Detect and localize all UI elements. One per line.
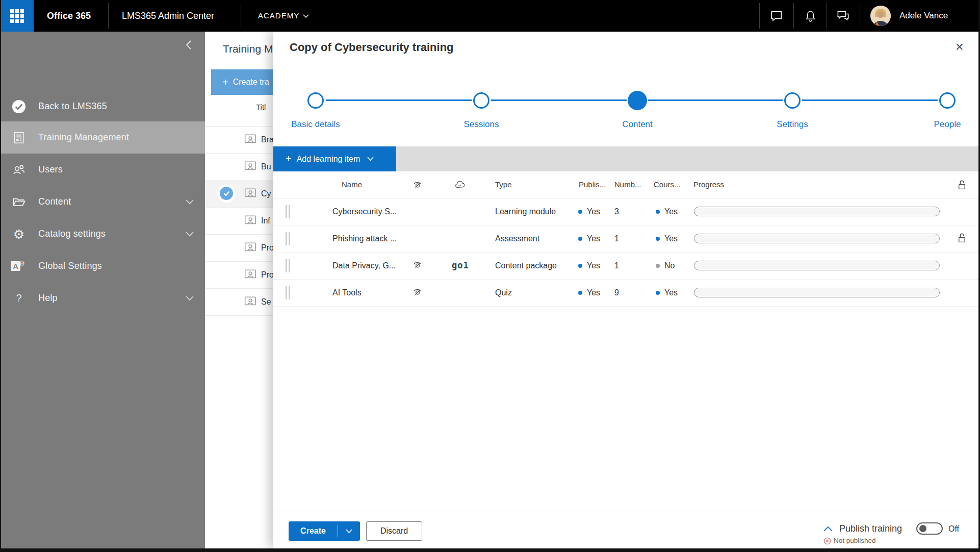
lms365-logo-icon: [11, 99, 27, 114]
question-mark-icon: ?: [11, 292, 27, 304]
sidebar-item-users[interactable]: Users: [0, 154, 205, 186]
item-name[interactable]: Phishing attack ...: [332, 225, 397, 252]
column-course[interactable]: Cours...: [654, 171, 681, 198]
list-item[interactable]: Inf: [205, 207, 273, 235]
step-label-people[interactable]: People: [904, 119, 980, 130]
step-circle-sessions[interactable]: [473, 92, 489, 109]
step-circle-content-current[interactable]: [628, 91, 647, 110]
divider: [860, 3, 860, 29]
users-icon: [11, 163, 27, 177]
brand-office365[interactable]: Office 365: [47, 0, 91, 32]
chevron-up-icon[interactable]: [823, 525, 833, 532]
user-name[interactable]: Adele Vance: [899, 0, 948, 32]
column-progress[interactable]: Progress: [693, 171, 724, 198]
chevron-down-icon[interactable]: [186, 232, 194, 237]
table-row[interactable]: AI Tools Quiz Yes 9 Yes: [273, 279, 980, 307]
window-border: [0, 0, 1, 552]
chevron-down-icon[interactable]: [338, 529, 360, 534]
create-training-label: Create tra: [233, 78, 269, 87]
avatar[interactable]: [870, 6, 891, 26]
published-value: Yes: [578, 279, 600, 306]
list-item-label: Se: [261, 288, 271, 315]
column-name[interactable]: Name: [342, 171, 362, 198]
chevron-down-icon[interactable]: [303, 14, 309, 18]
column-type[interactable]: Type: [495, 171, 512, 198]
drag-handle-icon[interactable]: [286, 232, 290, 245]
drag-handle-icon[interactable]: [286, 259, 290, 272]
notifications-bell-icon[interactable]: [800, 0, 820, 32]
hidden-eye-icon: [412, 287, 423, 297]
step-circle-people[interactable]: [939, 92, 956, 109]
list-item-label: Cy: [261, 180, 271, 207]
list-item[interactable]: Se: [205, 288, 273, 316]
stepper-line: [648, 99, 783, 101]
chevron-down-icon[interactable]: [186, 296, 194, 301]
column-number[interactable]: Numb...: [614, 171, 641, 198]
step-circle-settings[interactable]: [784, 92, 801, 109]
step-label-content[interactable]: Content: [594, 119, 681, 130]
app-title[interactable]: LMS365 Admin Center: [122, 0, 214, 32]
list-item[interactable]: Pro: [205, 234, 273, 262]
drag-handle-icon[interactable]: [286, 205, 290, 218]
sidebar-item-catalog-settings[interactable]: ⚙ Catalog settings: [0, 218, 205, 250]
lock-open-icon[interactable]: [958, 233, 966, 243]
sidebar-item-global-settings[interactable]: A ⚙ Global Settings: [0, 250, 205, 282]
published-dot-icon: [578, 237, 582, 241]
published-dot-icon: [578, 291, 582, 295]
window-border: [0, 548, 980, 552]
column-header-title[interactable]: Titl: [256, 103, 266, 111]
cloud-provider-icon[interactable]: [454, 180, 466, 189]
sidebar-item-help[interactable]: ? Help: [0, 282, 205, 314]
training-plan-icon: [244, 160, 257, 173]
publish-toggle[interactable]: [916, 522, 943, 535]
go1-provider-logo: go1: [452, 252, 469, 279]
sidebar-item-back-to-lms365[interactable]: Back to LMS365: [0, 90, 205, 122]
sidebar-item-label: Help: [38, 293, 58, 304]
create-label: Create: [289, 526, 338, 536]
course-value: Yes: [656, 279, 678, 306]
tenant-selector[interactable]: ACADEMY: [258, 0, 299, 32]
training-plan-icon: [244, 268, 257, 281]
item-name[interactable]: AI Tools: [332, 279, 362, 306]
top-bar: Office 365 LMS365 Admin Center ACADEMY: [0, 0, 980, 32]
list-item-label: Inf: [261, 207, 270, 234]
chat-icon[interactable]: [766, 0, 787, 32]
course-value: No: [656, 252, 675, 279]
create-button[interactable]: Create: [289, 521, 360, 541]
create-training-plan-button[interactable]: + Create tra: [211, 69, 273, 95]
item-name[interactable]: Data Privacy, G...: [332, 252, 396, 279]
list-item-selected[interactable]: Cy: [205, 180, 273, 208]
feedback-icon[interactable]: [833, 0, 853, 32]
step-label-sessions[interactable]: Sessions: [438, 119, 525, 130]
step-label-basic-details[interactable]: Basic details: [272, 119, 359, 130]
step-circle-basic-details[interactable]: [307, 92, 324, 109]
lock-open-icon[interactable]: [958, 180, 966, 190]
list-item[interactable]: Pro: [205, 261, 273, 289]
table-row[interactable]: Data Privacy, G... go1 Content package Y…: [273, 252, 980, 280]
selected-check-icon[interactable]: [220, 187, 233, 200]
number-value: 3: [614, 198, 619, 225]
sidebar-item-content[interactable]: Content: [0, 186, 205, 218]
divider: [241, 3, 241, 29]
discard-label: Discard: [380, 526, 408, 536]
sidebar-collapse-button[interactable]: [179, 36, 198, 54]
item-name[interactable]: Cybersecurity S...: [332, 198, 397, 225]
list-item[interactable]: Bu: [205, 153, 273, 181]
step-label-settings[interactable]: Settings: [749, 119, 836, 130]
close-icon[interactable]: ×: [950, 38, 969, 56]
add-learning-item-button[interactable]: + Add learning item: [273, 146, 396, 171]
toggle-knob: [919, 525, 926, 532]
sidebar-item-training-management[interactable]: Training Management: [0, 121, 205, 154]
list-item[interactable]: Bra: [205, 126, 273, 154]
drag-handle-icon[interactable]: [286, 286, 290, 299]
toggle-state-label: Off: [948, 524, 959, 534]
discard-button[interactable]: Discard: [366, 521, 422, 541]
app-launcher-button[interactable]: [0, 0, 34, 32]
course-dot-icon: [656, 264, 660, 268]
table-row[interactable]: Cybersecurity S... Learning module Yes 3…: [273, 198, 980, 225]
table-row[interactable]: Phishing attack ... Assessment Yes 1 Yes: [273, 225, 980, 253]
hidden-eye-icon[interactable]: [412, 180, 423, 190]
chevron-down-icon[interactable]: [186, 199, 194, 205]
number-value: 1: [614, 225, 619, 252]
column-published[interactable]: Publis...: [579, 171, 606, 198]
